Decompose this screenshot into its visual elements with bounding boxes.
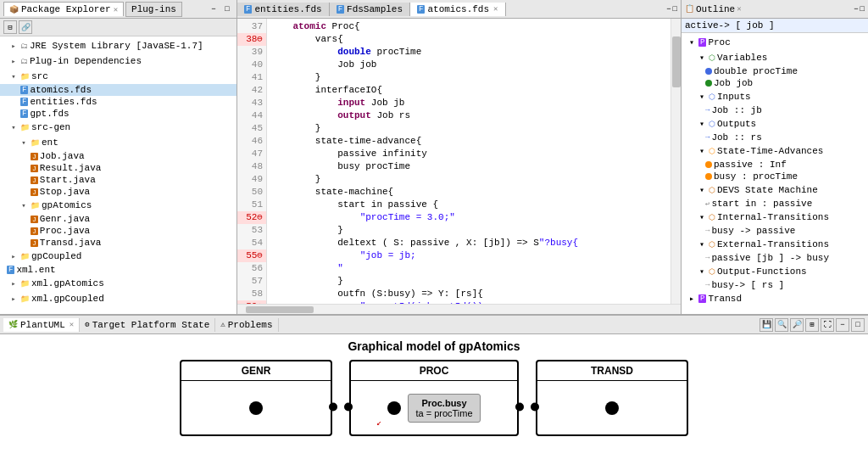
minimize-editor-button[interactable]: −: [666, 5, 670, 14]
tree-item-stop-java[interactable]: J Stop.java: [0, 186, 236, 198]
fds-icon: F: [7, 266, 14, 274]
outline-job-rs[interactable]: → Job :: rs: [682, 132, 868, 143]
outline-proc[interactable]: ▾ P Proc: [682, 35, 868, 50]
outline-internal-transitions[interactable]: ▾ ⬡ Internal-Transitions: [682, 210, 868, 225]
code-line-41: Job job: [270, 59, 667, 71]
tree-item-gpt-fds[interactable]: F gpt.fds: [0, 108, 236, 120]
tree-item-plugin-deps[interactable]: ▸ 🗂 Plug-in Dependencies: [0, 53, 236, 69]
editor-close-icon[interactable]: ✕: [493, 4, 498, 14]
outline-busy-rs[interactable]: → busy-> [ rs ]: [682, 279, 868, 291]
save-diagram-button[interactable]: 💾: [760, 318, 773, 332]
outline-job-job[interactable]: Job job: [682, 77, 868, 89]
collapse-icon: ▾: [685, 36, 698, 49]
tree-item-src-gen[interactable]: ▾ 📁 src-gen: [0, 120, 236, 135]
horizontal-scrollbar[interactable]: [237, 304, 681, 314]
minimize-button[interactable]: −: [208, 3, 220, 15]
outline-inputs[interactable]: ▾ ⬡ Inputs: [682, 89, 868, 104]
code-content[interactable]: atomic Proc{ vars{ double procTime Job j…: [267, 19, 670, 304]
outline-busy-proctime[interactable]: busy : procTime: [682, 171, 868, 182]
collapse-all-button[interactable]: ⊟: [3, 20, 17, 34]
tree-item-xml-gpatom[interactable]: ▸ 📁 xml.gpAtomics: [0, 276, 236, 291]
outline-minimize-button[interactable]: −: [854, 5, 858, 14]
outline-start-in-passive[interactable]: ↩ start in : passive: [682, 198, 868, 210]
package-explorer-close[interactable]: ✕: [114, 5, 118, 14]
outline-double-proctime[interactable]: double procTime: [682, 65, 868, 77]
tree-item-start-java[interactable]: J Start.java: [0, 174, 236, 186]
port-circle: [531, 402, 539, 411]
outline-variables[interactable]: ▾ ⬡ Variables: [682, 50, 868, 65]
outline-passive-jb-busy[interactable]: → passive [jb ] -> busy: [682, 252, 868, 264]
expand-icon: ▸: [7, 54, 20, 68]
tree-item-gp-coupled[interactable]: ▸ 📁 gpCoupled: [0, 249, 236, 264]
line-num-54: 54: [237, 237, 266, 249]
tree-item-result-java[interactable]: J Result.java: [0, 162, 236, 174]
outline-output-functions[interactable]: ▾ ⬡ Output-Functions: [682, 264, 868, 279]
maximize-button[interactable]: □: [221, 3, 233, 15]
tree-item-transd-java[interactable]: J Transd.java: [0, 237, 236, 249]
arrow-icon: →: [705, 227, 709, 235]
outline-outputs[interactable]: ▾ ⬡ Outputs: [682, 116, 868, 132]
outline-busy-passive[interactable]: → busy -> passive: [682, 225, 868, 237]
tree-item-jre[interactable]: ▸ 🗂 JRE System Library [JavaSE-1.7]: [0, 38, 236, 53]
tree-item-genr-java[interactable]: J Genr.java: [0, 213, 236, 225]
int-icon: ⬡: [709, 213, 715, 222]
tab-plantuml[interactable]: 🌿 PlantUML ✕: [3, 318, 80, 332]
line-num-40: 40: [237, 59, 266, 71]
plug-ins-tab[interactable]: Plug-ins: [125, 2, 182, 17]
java-icon: J: [31, 176, 38, 184]
line-num-50: 50: [237, 186, 266, 199]
code-line-40: double procTime: [270, 46, 667, 59]
scrollbar-thumb[interactable]: [672, 36, 681, 87]
outline-job-jb[interactable]: → Job :: jb: [682, 104, 868, 116]
tree-item-gp-atomics[interactable]: ▾ 📁 gpAtomics: [0, 198, 236, 213]
tab-atomics-fds[interactable]: F atomics.fds ✕: [410, 3, 505, 16]
tree-item-ent[interactable]: ▾ 📁 ent: [0, 135, 236, 150]
tree-item-job-java[interactable]: J Job.java: [0, 150, 236, 162]
editor-panel: F entities.fds F FdsSamples F atomics.fd…: [237, 0, 682, 314]
link-with-editor-button[interactable]: 🔗: [19, 20, 32, 34]
ext-icon: ⬡: [709, 240, 715, 249]
outline-state-time-adv[interactable]: ▾ ⬡ State-Time-Advances: [682, 143, 868, 159]
zoom-out-button[interactable]: 🔎: [790, 318, 804, 332]
vertical-scrollbar[interactable]: [670, 19, 681, 304]
outline-close-icon[interactable]: ✕: [737, 4, 741, 14]
collapse-icon: ▾: [695, 90, 709, 104]
outline-transd[interactable]: ▸ P Transd: [682, 291, 868, 306]
plantuml-close-icon[interactable]: ✕: [70, 320, 74, 329]
tree-item-proc-java[interactable]: J Proc.java: [0, 225, 236, 237]
line-num-49: 49: [237, 173, 266, 186]
minimize-bottom-button[interactable]: −: [836, 318, 849, 332]
outline-maximize-button[interactable]: □: [860, 5, 865, 14]
tab-target-platform[interactable]: ⚙ Target Platform State: [80, 318, 215, 332]
outline-external-transitions[interactable]: ▾ ⬡ External-Transitions: [682, 237, 868, 252]
tab-fds-samples[interactable]: F FdsSamples: [330, 3, 410, 16]
tree-item-xml-gpcoupled[interactable]: ▸ 📁 xml.gpCoupled: [0, 291, 236, 306]
plug-ins-label: Plug-ins: [131, 4, 176, 14]
package-explorer-tab[interactable]: 📦 Package Explorer ✕: [3, 2, 124, 16]
code-line-58: }: [270, 275, 667, 288]
transd-title: TRANSD: [537, 361, 687, 381]
tree-item-src[interactable]: ▾ 📁 src: [0, 69, 236, 84]
expand-icon: ▸: [7, 277, 20, 290]
tree-item-xml-ent[interactable]: F xml.ent: [0, 264, 236, 276]
java-icon: J: [31, 216, 38, 223]
fullscreen-button[interactable]: ⛶: [821, 318, 834, 332]
maximize-editor-button[interactable]: □: [673, 5, 677, 14]
fds-tab2-icon: F: [337, 5, 344, 14]
h-scrollbar-thumb[interactable]: [246, 306, 314, 313]
maximize-bottom-button[interactable]: □: [851, 318, 865, 332]
outline-passive-inf[interactable]: passive : Inf: [682, 159, 868, 171]
zoom-in-button[interactable]: 🔍: [775, 318, 788, 332]
tree-item-atomics-fds[interactable]: F atomics.fds: [0, 84, 236, 96]
tree-item-entities-fds[interactable]: F entities.fds: [0, 96, 236, 108]
tab-entities-fds[interactable]: F entities.fds: [237, 3, 330, 16]
tab-problems[interactable]: ⚠ Problems: [215, 318, 278, 332]
line-num-57: 57: [237, 275, 266, 288]
genr-block-container: GENR: [180, 360, 332, 436]
outline-devs-state-machine[interactable]: ▾ ⬡ DEVS State Machine: [682, 182, 868, 198]
line-num-46: 46: [237, 135, 266, 148]
active-label: active-> [ job ]: [685, 20, 775, 31]
line-num-37: 37: [237, 20, 266, 33]
collapse-icon: ▾: [695, 265, 709, 278]
fit-button[interactable]: ⊞: [805, 318, 819, 332]
